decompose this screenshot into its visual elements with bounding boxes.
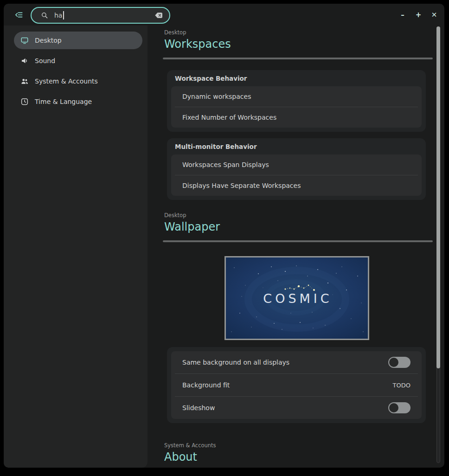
page-title-wallpaper: Wallpaper xyxy=(164,220,429,234)
row-dynamic-workspaces[interactable]: Dynamic workspaces xyxy=(171,86,422,107)
sidebar-item-label: System & Accounts xyxy=(35,77,98,85)
sidebar-item-desktop[interactable]: Desktop xyxy=(14,32,142,49)
close-button[interactable]: ✕ xyxy=(428,9,441,21)
sidebar-item-system-accounts[interactable]: System & Accounts xyxy=(14,72,142,90)
search-value: ha xyxy=(54,12,62,19)
slideshow-toggle[interactable] xyxy=(388,402,411,413)
row-slideshow[interactable]: Slideshow xyxy=(171,397,422,419)
settings-window: ha – + ✕ Desktop xyxy=(4,4,444,468)
toggle-knob xyxy=(389,403,398,412)
row-label: Workspaces Span Displays xyxy=(182,161,269,168)
background-fit-value: TODO xyxy=(393,382,411,389)
group-workspace-behavior: Workspace Behavior Dynamic workspaces Fi… xyxy=(167,70,426,132)
row-fixed-workspaces[interactable]: Fixed Number of Workspaces xyxy=(171,107,422,128)
section-divider xyxy=(163,240,433,242)
sidebar-item-label: Desktop xyxy=(35,37,62,44)
row-label: Displays Have Separate Workspaces xyxy=(182,182,301,189)
scrollbar-track[interactable] xyxy=(436,26,440,463)
row-label: Dynamic workspaces xyxy=(182,93,251,100)
settings-card: Same background on all displays Backgrou… xyxy=(171,351,422,419)
result-category: Desktop xyxy=(164,212,429,219)
sidebar-item-sound[interactable]: Sound xyxy=(14,52,142,70)
page-title-workspaces: Workspaces xyxy=(164,37,429,51)
row-displays-separate-workspaces[interactable]: Displays Have Separate Workspaces xyxy=(171,175,422,196)
search-icon xyxy=(40,11,49,19)
monitor-icon xyxy=(20,36,29,45)
group-multimonitor-behavior: Multi-monitor Behavior Workspaces Span D… xyxy=(167,138,426,200)
sidebar-toggle-button[interactable] xyxy=(13,9,25,20)
search-results: Desktop Workspaces Workspace Behavior Dy… xyxy=(148,26,444,468)
row-label: Same background on all displays xyxy=(182,359,289,366)
same-background-toggle[interactable] xyxy=(388,357,411,368)
group-header: Multi-monitor Behavior xyxy=(171,140,422,154)
window-controls: – + ✕ xyxy=(396,9,441,21)
group-wallpaper-options: Same background on all displays Backgrou… xyxy=(167,347,426,423)
cosmic-wallpaper-image: COSMIC xyxy=(226,257,368,339)
settings-card: Workspaces Span Displays Displays Have S… xyxy=(171,154,422,196)
row-workspaces-span-displays[interactable]: Workspaces Span Displays xyxy=(171,154,422,175)
page-title-about: About xyxy=(164,450,429,464)
search-input[interactable]: ha xyxy=(31,7,170,24)
result-category: Desktop xyxy=(164,29,429,36)
maximize-button[interactable]: + xyxy=(412,9,425,21)
group-header: Workspace Behavior xyxy=(171,72,422,86)
row-same-background[interactable]: Same background on all displays xyxy=(171,351,422,373)
wallpaper-preview-frame: COSMIC xyxy=(224,256,369,340)
screen: ha – + ✕ Desktop xyxy=(0,0,449,476)
sidebar: Desktop Sound System & Accounts xyxy=(4,26,148,468)
wallpaper-title-text: COSMIC xyxy=(263,291,332,306)
clear-search-icon[interactable] xyxy=(154,11,163,20)
row-label: Fixed Number of Workspaces xyxy=(182,114,276,121)
topbar: ha – + ✕ xyxy=(4,4,444,26)
sidebar-item-time-language[interactable]: Time & Language xyxy=(14,93,142,110)
clock-icon xyxy=(20,97,29,106)
scrollbar-thumb[interactable] xyxy=(436,26,440,368)
sidebar-collapse-icon xyxy=(14,10,24,19)
result-category: System & Accounts xyxy=(164,442,429,449)
sidebar-item-label: Time & Language xyxy=(35,98,92,105)
toggle-knob xyxy=(389,358,398,367)
wallpaper-preview: COSMIC xyxy=(224,256,369,340)
settings-card: Dynamic workspaces Fixed Number of Works… xyxy=(171,86,422,128)
speaker-icon xyxy=(20,57,29,65)
row-label: Slideshow xyxy=(182,404,215,412)
sidebar-item-label: Sound xyxy=(35,57,55,64)
users-icon xyxy=(20,77,29,85)
row-label: Background fit xyxy=(182,381,230,389)
minimize-button[interactable]: – xyxy=(396,9,409,21)
text-cursor xyxy=(63,11,64,19)
row-background-fit[interactable]: Background fit TODO xyxy=(171,374,422,396)
